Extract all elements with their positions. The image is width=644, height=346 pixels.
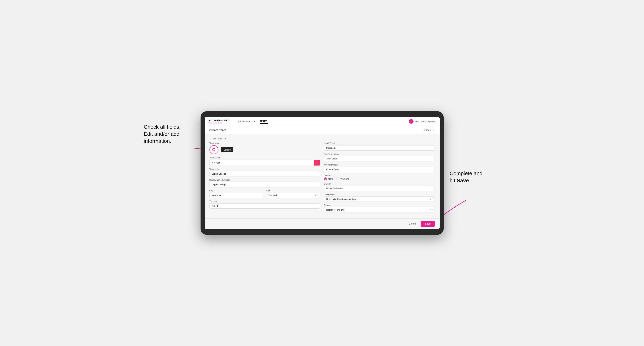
left-annotation: Check all fields. Edit and/or add inform… [144, 123, 194, 145]
city-col: City [210, 189, 264, 198]
form-two-col: Team logo C Upload Team colour [210, 142, 435, 215]
logo-area: SCOREBOARD Powered by clippd [209, 119, 230, 124]
conference-select[interactable]: University Athletic Association [324, 196, 435, 202]
region-group: Region Region II - (M) DIII ✕ ⌃ [324, 204, 435, 212]
state-label: State [266, 189, 320, 192]
avatar: T [409, 119, 414, 124]
gender-mens-label: Mens [328, 178, 334, 180]
right-annotation: Complete and hit Save. [450, 170, 504, 184]
user-label: Test User | [415, 120, 426, 123]
state-select[interactable]: New York [266, 193, 320, 198]
page-title: Create Team [210, 129, 226, 132]
logo-letter: C [212, 147, 216, 152]
division-label: Division [324, 183, 435, 185]
city-label: City [210, 189, 264, 192]
assistant-coach-group: Assistant Coach [324, 153, 435, 161]
signout-link[interactable]: Sign out [427, 120, 435, 123]
logo-sub: Powered by clippd [209, 122, 230, 124]
gender-group: Gender Mens Womens [324, 174, 435, 180]
region-select-wrapper: Region II - (M) DIII ✕ ⌃ [324, 207, 435, 212]
gender-radio-row: Mens Womens [324, 177, 435, 180]
head-coach-group: Head Coach [324, 142, 435, 151]
assistant-coach-label: Assistant Coach [324, 153, 435, 155]
nav-right: T Test User | Sign out [409, 119, 436, 124]
state-col: State New York ✕ ⌃ [266, 189, 320, 198]
color-row [210, 160, 320, 166]
nav-tournaments[interactable]: TOURNAMENTS [238, 119, 255, 123]
gender-womens-label: Womens [340, 178, 349, 180]
page-header: Create Team Cancel ✕ [204, 126, 440, 134]
tablet-screen: SCOREBOARD Powered by clippd TOURNAMENTS… [204, 117, 440, 229]
region-label: Region [324, 204, 435, 206]
athletic-director-input[interactable] [324, 167, 435, 172]
head-coach-label: Head Coach [324, 142, 435, 145]
right-column: Head Coach Assistant Coach Athletic Dire… [324, 142, 435, 215]
logo-title: SCOREBOARD [209, 119, 230, 122]
division-group: Division NCAA Division III ⌃ [324, 183, 435, 191]
city-state-row: City State New York [210, 189, 320, 198]
display-name-input[interactable] [210, 182, 320, 187]
left-column: Team logo C Upload Team colour [210, 142, 320, 215]
cancel-x-button[interactable]: Cancel ✕ [424, 129, 434, 132]
team-logo-group: Team logo C Upload [210, 142, 320, 154]
conference-select-wrapper: University Athletic Association ✕ ⌃ [324, 196, 435, 202]
tablet-frame: SCOREBOARD Powered by clippd TOURNAMENTS… [200, 111, 444, 235]
form-area: TEAM DETAILS Team logo C Upload [204, 134, 440, 218]
city-input[interactable] [210, 193, 264, 198]
city-state-group: City State New York [210, 189, 320, 198]
conference-label: Conference [324, 193, 435, 196]
athletic-director-group: Athletic Director [324, 164, 435, 172]
display-name-group: Display name (unique) [210, 179, 320, 187]
gender-mens-radio[interactable] [324, 177, 327, 180]
navbar: SCOREBOARD Powered by clippd TOURNAMENTS… [204, 117, 440, 126]
state-select-wrapper: New York ✕ ⌃ [266, 193, 320, 198]
upload-button[interactable]: Upload [221, 147, 234, 152]
region-select[interactable]: Region II - (M) DIII [324, 207, 435, 212]
team-logo-label: Team logo [210, 142, 320, 145]
division-select[interactable]: NCAA Division III [324, 186, 435, 191]
division-select-wrapper: NCAA Division III ⌃ [324, 186, 435, 191]
team-colour-label: Team colour [210, 157, 320, 159]
head-coach-input[interactable] [324, 145, 435, 151]
zip-input[interactable] [210, 203, 320, 209]
gender-mens-option[interactable]: Mens [324, 177, 334, 180]
conference-group: Conference University Athletic Associati… [324, 193, 435, 202]
team-name-group: Team name [210, 168, 320, 176]
form-footer: Cancel Save [204, 218, 440, 229]
save-button[interactable]: Save [421, 221, 434, 227]
color-swatch[interactable] [314, 160, 320, 166]
athletic-director-label: Athletic Director [324, 164, 435, 166]
team-name-input[interactable] [210, 171, 320, 176]
gender-label: Gender [324, 174, 435, 177]
gender-womens-option[interactable]: Womens [336, 177, 349, 180]
nav-teams[interactable]: TEAMS [260, 119, 268, 124]
assistant-coach-input[interactable] [324, 156, 435, 161]
team-colour-group: Team colour [210, 157, 320, 166]
logo-upload-area: C Upload [210, 145, 320, 154]
section-label: TEAM DETAILS [210, 138, 435, 140]
cancel-label: Cancel [424, 129, 431, 132]
display-name-label: Display name (unique) [210, 179, 320, 181]
right-arrow [440, 198, 468, 218]
gender-womens-radio[interactable] [336, 177, 339, 180]
team-name-label: Team name [210, 168, 320, 170]
zip-group: Zip code [210, 200, 320, 209]
cancel-button[interactable]: Cancel [406, 221, 419, 227]
color-text-input[interactable] [210, 160, 314, 165]
logo-circle: C [210, 145, 218, 154]
close-icon[interactable]: ✕ [432, 129, 435, 132]
zip-label: Zip code [210, 200, 320, 202]
